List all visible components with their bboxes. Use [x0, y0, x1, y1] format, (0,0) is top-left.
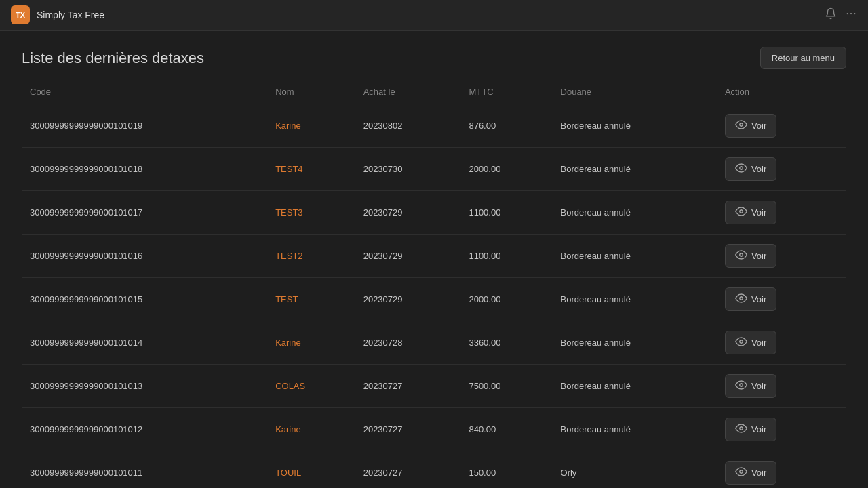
table-header: Code Nom Achat le MTTC Douane Action — [22, 80, 846, 104]
table-row: 30009999999999000101014Karine20230728336… — [22, 321, 846, 365]
cell-achat-le: 20230802 — [355, 104, 461, 148]
cell-mttc: 2000.00 — [460, 278, 552, 321]
voir-button[interactable]: Voir — [725, 201, 776, 224]
table-row: 30009999999999000101018TEST4202307302000… — [22, 148, 846, 191]
voir-button[interactable]: Voir — [725, 418, 776, 441]
cell-code: 30009999999999000101018 — [22, 148, 267, 191]
cell-douane: Orly — [553, 451, 717, 489]
cell-action: Voir — [717, 191, 846, 235]
voir-label: Voir — [751, 424, 766, 434]
cell-mttc: 876.00 — [460, 104, 552, 148]
detaxes-table: Code Nom Achat le MTTC Douane Action 300… — [22, 80, 846, 488]
cell-code: 30009999999999000101016 — [22, 235, 267, 278]
cell-action: Voir — [717, 104, 846, 148]
eye-icon — [735, 205, 747, 220]
cell-nom: TEST — [267, 278, 355, 321]
cell-douane: Bordereau annulé — [553, 321, 717, 365]
voir-button[interactable]: Voir — [725, 114, 776, 138]
svg-point-10 — [740, 427, 743, 430]
cell-douane: Bordereau annulé — [553, 235, 717, 278]
navbar-right — [825, 7, 857, 22]
navbar: TX Simply Tax Free — [0, 0, 868, 30]
more-icon[interactable] — [845, 7, 857, 22]
logo-initials: TX — [16, 11, 25, 19]
voir-label: Voir — [751, 294, 766, 304]
cell-code: 30009999999999000101014 — [22, 321, 267, 365]
cell-mttc: 7500.00 — [460, 365, 552, 408]
table-row: 30009999999999000101012Karine20230727840… — [22, 408, 846, 451]
cell-mttc: 3360.00 — [460, 321, 552, 365]
cell-nom: COLAS — [267, 365, 355, 408]
svg-point-3 — [740, 123, 743, 127]
svg-point-1 — [850, 13, 852, 14]
cell-douane: Bordereau annulé — [553, 278, 717, 321]
voir-label: Voir — [751, 338, 766, 348]
eye-icon — [735, 466, 747, 480]
voir-label: Voir — [751, 121, 766, 131]
cell-achat-le: 20230727 — [355, 365, 461, 408]
voir-button[interactable]: Voir — [725, 331, 776, 354]
col-header-action: Action — [717, 80, 846, 104]
cell-code: 30009999999999000101012 — [22, 408, 267, 451]
cell-mttc: 150.00 — [460, 451, 552, 489]
voir-button[interactable]: Voir — [725, 244, 776, 268]
eye-icon — [735, 336, 747, 350]
eye-icon — [735, 292, 747, 306]
voir-label: Voir — [751, 251, 766, 261]
cell-nom: TEST3 — [267, 191, 355, 235]
cell-action: Voir — [717, 235, 846, 278]
voir-label: Voir — [751, 468, 766, 478]
cell-mttc: 840.00 — [460, 408, 552, 451]
app-title: Simply Tax Free — [37, 9, 104, 20]
voir-button[interactable]: Voir — [725, 461, 776, 485]
cell-code: 30009999999999000101019 — [22, 104, 267, 148]
svg-point-8 — [740, 340, 743, 344]
table-row: 30009999999999000101017TEST3202307291100… — [22, 191, 846, 235]
page-title: Liste des dernières detaxes — [22, 49, 204, 67]
cell-mttc: 1100.00 — [460, 191, 552, 235]
table-row: 30009999999999000101016TEST2202307291100… — [22, 235, 846, 278]
cell-code: 30009999999999000101011 — [22, 451, 267, 489]
table-row: 30009999999999000101019Karine20230802876… — [22, 104, 846, 148]
cell-code: 30009999999999000101017 — [22, 191, 267, 235]
svg-point-6 — [740, 253, 743, 257]
cell-achat-le: 20230728 — [355, 321, 461, 365]
cell-achat-le: 20230729 — [355, 235, 461, 278]
voir-label: Voir — [751, 164, 766, 174]
col-header-douane: Douane — [553, 80, 717, 104]
cell-nom: Karine — [267, 408, 355, 451]
table-row: 30009999999999000101011TOUIL20230727150.… — [22, 451, 846, 489]
svg-point-4 — [740, 167, 743, 170]
cell-achat-le: 20230727 — [355, 451, 461, 489]
bell-icon[interactable] — [825, 7, 837, 22]
voir-label: Voir — [751, 381, 766, 391]
voir-label: Voir — [751, 207, 766, 218]
cell-douane: Bordereau annulé — [553, 148, 717, 191]
back-to-menu-button[interactable]: Retour au menu — [760, 47, 846, 69]
cell-achat-le: 20230727 — [355, 408, 461, 451]
table-header-row: Code Nom Achat le MTTC Douane Action — [22, 80, 846, 104]
voir-button[interactable]: Voir — [725, 157, 776, 181]
cell-douane: Bordereau annulé — [553, 191, 717, 235]
col-header-achat-le: Achat le — [355, 80, 461, 104]
table-row: 30009999999999000101013COLAS202307277500… — [22, 365, 846, 408]
voir-button[interactable]: Voir — [725, 287, 776, 311]
col-header-nom: Nom — [267, 80, 355, 104]
eye-icon — [735, 379, 747, 393]
col-header-code: Code — [22, 80, 267, 104]
cell-nom: TEST2 — [267, 235, 355, 278]
cell-mttc: 2000.00 — [460, 148, 552, 191]
cell-action: Voir — [717, 278, 846, 321]
eye-icon — [735, 119, 747, 133]
cell-action: Voir — [717, 321, 846, 365]
cell-code: 30009999999999000101015 — [22, 278, 267, 321]
eye-icon — [735, 249, 747, 263]
cell-action: Voir — [717, 408, 846, 451]
cell-action: Voir — [717, 451, 846, 489]
svg-point-0 — [847, 13, 848, 14]
navbar-left: TX Simply Tax Free — [11, 5, 104, 24]
cell-code: 30009999999999000101013 — [22, 365, 267, 408]
cell-nom: Karine — [267, 321, 355, 365]
cell-mttc: 1100.00 — [460, 235, 552, 278]
voir-button[interactable]: Voir — [725, 374, 776, 398]
